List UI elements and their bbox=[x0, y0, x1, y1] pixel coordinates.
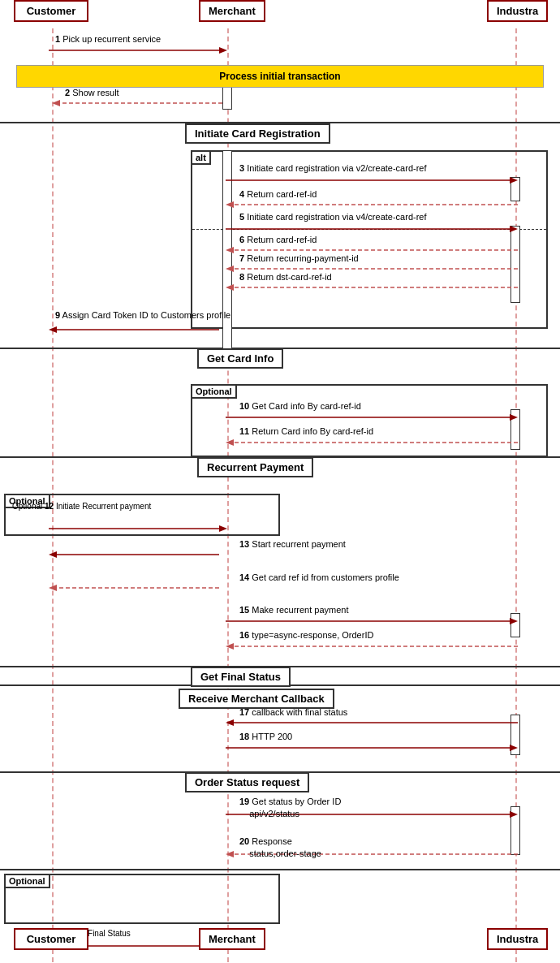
arrow-13 bbox=[49, 546, 235, 563]
arrow-text-2: 2 Show result bbox=[65, 88, 119, 97]
svg-marker-13 bbox=[226, 266, 234, 272]
svg-marker-19 bbox=[510, 414, 518, 421]
arrow-14 bbox=[49, 580, 235, 596]
svg-marker-25 bbox=[49, 551, 57, 558]
arrow-9 bbox=[49, 322, 235, 338]
optional-label-final: Optional bbox=[6, 875, 50, 888]
arrow-text-6: 6 Return card-ref-id bbox=[239, 235, 317, 244]
actor-merchant-bottom: Merchant bbox=[199, 928, 265, 950]
arrow-text-9: 9 Assign Card Token ID to Customers prof… bbox=[55, 310, 230, 320]
arrow-1 bbox=[49, 42, 235, 58]
arrow-text-15: 15 Make recurrent payment bbox=[239, 605, 349, 615]
svg-marker-21 bbox=[226, 439, 234, 446]
arrow-2 bbox=[52, 95, 239, 111]
alt-label: alt bbox=[192, 152, 211, 165]
arrow-8 bbox=[226, 279, 526, 296]
svg-marker-33 bbox=[226, 719, 234, 726]
section-label-order-status: Order Status request bbox=[185, 772, 309, 792]
arrow-17 bbox=[226, 715, 526, 731]
arrow-4 bbox=[226, 196, 526, 213]
svg-marker-27 bbox=[49, 585, 57, 591]
section-label-callback: Receive Merchant Callback bbox=[179, 689, 334, 709]
svg-marker-1 bbox=[219, 47, 227, 54]
svg-marker-31 bbox=[226, 643, 234, 650]
arrow-3 bbox=[226, 172, 526, 188]
actor-customer-top: Customer bbox=[14, 0, 88, 22]
arrow-18 bbox=[226, 740, 526, 756]
sequence-diagram: Customer Merchant Industra Process initi… bbox=[0, 0, 560, 963]
svg-marker-5 bbox=[510, 177, 518, 184]
process-bar: Process initial transaction bbox=[16, 65, 544, 88]
svg-marker-37 bbox=[510, 811, 518, 818]
arrow-text-5: 5 Initiate card registration via v4/crea… bbox=[239, 212, 427, 222]
arrow-text-10: 10 Get Card info By card-ref-id bbox=[239, 401, 361, 411]
arrow-11 bbox=[226, 434, 526, 451]
svg-marker-23 bbox=[219, 525, 227, 532]
arrow-text-16: 16 type=async-response, OrderID bbox=[239, 630, 373, 640]
section-line-order-top bbox=[0, 869, 560, 870]
actor-customer-bottom: Customer bbox=[14, 928, 88, 950]
actor-industra-bottom: Industra bbox=[487, 928, 548, 950]
arrow-text-4: 4 Return card-ref-id bbox=[239, 189, 317, 199]
actor-industra-top: Industra bbox=[487, 0, 548, 22]
arrow-15 bbox=[226, 613, 526, 629]
arrow-text-18: 18 HTTP 200 bbox=[239, 732, 292, 741]
svg-marker-39 bbox=[226, 851, 234, 857]
arrow-text-17: 17 callback with final status bbox=[239, 707, 347, 717]
arrow-text-20: 20 Response status,order-stage bbox=[239, 836, 321, 861]
svg-marker-9 bbox=[510, 226, 518, 232]
arrow-16 bbox=[226, 638, 526, 654]
arrow-12 bbox=[49, 520, 235, 537]
arrow-text-11: 11 Return Card info By card-ref-id bbox=[239, 426, 373, 436]
optional-group-final: Optional bbox=[4, 874, 280, 924]
svg-marker-17 bbox=[49, 326, 57, 333]
section-label-get-card: Get Card Info bbox=[197, 348, 283, 369]
arrow-text-8: 8 Return dst-card-ref-id bbox=[239, 272, 332, 282]
svg-marker-7 bbox=[226, 201, 234, 208]
section-label-initiate: Initiate Card Registration bbox=[185, 123, 330, 144]
actor-merchant-top: Merchant bbox=[199, 0, 265, 22]
svg-marker-15 bbox=[226, 284, 234, 291]
svg-marker-11 bbox=[226, 247, 234, 253]
svg-marker-35 bbox=[510, 745, 518, 751]
arrow-text-1: 1 Pick up recurrent service bbox=[55, 34, 161, 44]
svg-marker-3 bbox=[52, 100, 60, 106]
svg-marker-29 bbox=[510, 618, 518, 624]
arrow-text-12-label: Optional 12 Initiate Recurrent payment bbox=[12, 502, 151, 511]
arrow-text-7: 7 Return recurring-payment-id bbox=[239, 253, 359, 263]
section-label-final-status: Get Final Status bbox=[191, 667, 291, 687]
arrow-text-3: 3 Initiate card registration via v2/crea… bbox=[239, 163, 427, 173]
section-label-recurrent: Recurrent Payment bbox=[197, 457, 313, 477]
arrow-text-14: 14 Get card ref id from customers profil… bbox=[239, 572, 399, 582]
arrow-text-13: 13 Start recurrent payment bbox=[239, 539, 346, 549]
arrow-text-19: 19 Get status by Order ID api/v2/status bbox=[239, 796, 341, 821]
arrow-10 bbox=[226, 409, 526, 425]
optional-label-getcard: Optional bbox=[192, 386, 237, 399]
